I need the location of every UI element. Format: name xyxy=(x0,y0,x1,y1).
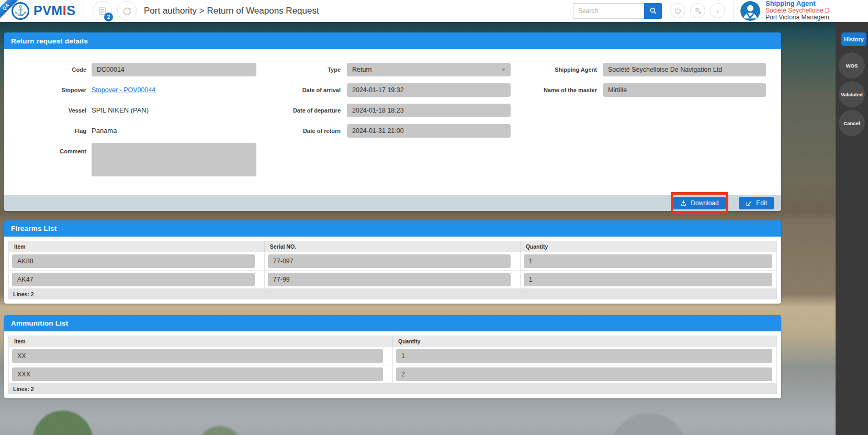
gears-icon xyxy=(693,6,703,16)
refresh-icon xyxy=(121,5,133,17)
history-tab[interactable]: History xyxy=(841,32,866,46)
ammunition-table: Item Quantity XX 1 XXX 2 xyxy=(8,336,777,384)
type-label: Type xyxy=(262,66,347,73)
panel-title: Return request details xyxy=(4,32,781,49)
comment-label: Comment xyxy=(4,148,92,154)
ammo-col-item: Item xyxy=(9,336,393,347)
return-request-details-panel: Return request details Code DC00014 Stop… xyxy=(4,32,781,211)
info-icon xyxy=(714,7,722,15)
table-row: XX 1 xyxy=(9,347,777,365)
ammo-quantity-field: 2 xyxy=(396,367,772,381)
ammo-col-quantity: Quantity xyxy=(393,336,777,347)
ammo-item-field: XXX xyxy=(12,367,383,381)
firearms-list-title: Firearms List xyxy=(4,220,781,237)
date-of-departure-label: Date of departure xyxy=(262,107,347,114)
firearm-serial-field: 77-99 xyxy=(268,273,511,286)
vessel-label: Vessel xyxy=(4,107,92,114)
logo-zone: QA ⚓ PVMIS xyxy=(0,0,85,21)
edit-button[interactable]: Edit xyxy=(739,197,774,209)
anchor-logo-icon: ⚓ xyxy=(12,2,29,20)
right-action-rail: History WOS Validated Cancel xyxy=(836,22,868,435)
cancel-button[interactable]: Cancel xyxy=(839,110,865,136)
app-logo[interactable]: PVMIS xyxy=(33,3,75,18)
info-button[interactable] xyxy=(710,3,725,18)
firearms-col-item: Item xyxy=(9,241,265,252)
table-row: AK47 77-99 1 xyxy=(9,271,777,289)
vessel-value: SPIL NIKEN (PAN) xyxy=(92,106,149,114)
firearm-item-field: AK88 xyxy=(12,254,255,268)
breadcrumb: Port authority > Return of Weapons Reque… xyxy=(144,6,319,16)
user-info[interactable]: Shipping Agent Société Seychelloise D Po… xyxy=(765,0,868,21)
firearm-quantity-field: 1 xyxy=(524,254,772,268)
requests-count-badge: 2 xyxy=(104,13,113,21)
firearm-quantity-field: 1 xyxy=(524,273,772,286)
date-of-arrival-field: 2024-01-17 19:32 xyxy=(347,83,511,97)
firearm-serial-field: 77-097 xyxy=(268,254,511,268)
user-organisation: Port Victoria Managem xyxy=(765,14,868,21)
ammunition-list-title: Ammunition List xyxy=(4,315,781,331)
shipping-agent-label: Shipping Agent xyxy=(517,66,603,73)
firearm-item-field: AK47 xyxy=(12,273,255,286)
edit-icon xyxy=(746,200,752,207)
firearms-lines-count: Lines: 2 xyxy=(8,289,777,299)
type-select: Return xyxy=(347,63,511,76)
topbar-divider xyxy=(734,1,734,21)
topbar: QA ⚓ PVMIS 2 Port authority > Return of … xyxy=(0,0,868,22)
firearms-col-quantity: Quantity xyxy=(520,241,776,252)
wos-button[interactable]: WOS xyxy=(839,52,865,79)
flag-value: Panama xyxy=(92,127,117,135)
date-of-departure-field: 2024-01-18 18:23 xyxy=(347,104,511,117)
details-action-bar: Download Edit xyxy=(4,195,781,211)
search-input[interactable] xyxy=(573,3,644,19)
comment-field xyxy=(92,143,256,176)
user-company: Société Seychelloise D xyxy=(765,7,868,15)
ammo-quantity-field: 1 xyxy=(396,349,772,363)
stopover-link[interactable]: Stopover - POV00044 xyxy=(92,86,155,94)
master-name-label: Name of the master xyxy=(517,87,603,93)
firearms-table: Item Serial NO. Quantity AK88 77-097 1 A… xyxy=(8,241,777,289)
settings-button[interactable] xyxy=(690,3,705,18)
firearms-col-serial: Serial NO. xyxy=(264,241,520,252)
validated-button[interactable]: Validated xyxy=(839,81,865,107)
ammo-item-field: XX xyxy=(12,349,383,363)
code-label: Code xyxy=(4,66,92,73)
avatar[interactable] xyxy=(740,1,760,21)
annotation-highlight-box: Download xyxy=(671,192,728,214)
ammunition-lines-count: Lines: 2 xyxy=(8,384,777,394)
date-of-return-label: Date of return xyxy=(262,128,347,134)
stopover-label: Stopover xyxy=(4,87,92,93)
master-name-field: Mirtille xyxy=(603,83,766,97)
refresh-button[interactable] xyxy=(117,1,137,20)
chevron-down-icon xyxy=(501,69,505,71)
flag-label: Flag xyxy=(4,128,92,134)
user-role: Shipping Agent xyxy=(765,0,868,7)
requests-button[interactable]: 2 xyxy=(93,1,112,20)
search-button[interactable] xyxy=(644,3,662,19)
download-button[interactable]: Download xyxy=(673,197,725,209)
search-icon xyxy=(649,6,658,15)
table-row: XXX 2 xyxy=(9,365,777,384)
table-row: AK88 77-097 1 xyxy=(9,252,777,271)
shipping-agent-field: Société Seychelloise De Navigation Ltd xyxy=(603,63,766,76)
download-icon xyxy=(680,199,687,206)
firearms-list-panel: Firearms List Item Serial NO. Quantity A… xyxy=(4,220,781,304)
power-icon xyxy=(673,6,682,15)
date-of-arrival-label: Date of arrival xyxy=(262,87,347,93)
date-of-return-field: 2024-01-31 21:00 xyxy=(347,124,511,138)
ammunition-list-panel: Ammunition List Item Quantity XX 1 XX xyxy=(4,315,781,398)
code-field: DC00014 xyxy=(92,63,256,76)
logout-button[interactable] xyxy=(670,3,685,18)
